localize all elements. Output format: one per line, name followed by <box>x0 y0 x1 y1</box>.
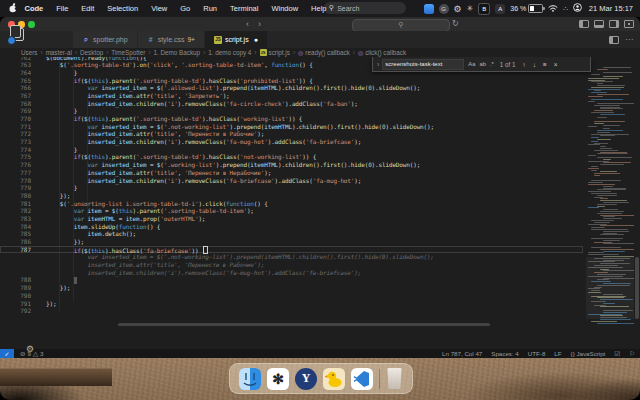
code-lines[interactable]: 762$(document).ready(function(){763 $('.… <box>0 57 583 315</box>
code-line-790[interactable]: 790 <box>0 292 583 300</box>
code-line-773[interactable]: 773 inserted_item.children('i').removeCl… <box>0 138 583 146</box>
menu-file[interactable]: File <box>50 4 75 13</box>
toggle-sidebar-icon[interactable] <box>579 20 589 28</box>
code-line-777[interactable]: 777 inserted_item.attr('title', 'Перенес… <box>0 169 583 177</box>
dock-chatgpt-icon[interactable]: ✻ <box>267 368 289 390</box>
breadcrumb[interactable]: Users›master-al›Desktop›TimeSpotter›1. D… <box>0 48 640 57</box>
split-editor-icon[interactable] <box>609 36 619 44</box>
bell-icon[interactable]: ⚐ <box>629 350 635 358</box>
nav-back-icon[interactable]: ‹ <box>246 18 249 30</box>
zoom-window-button[interactable] <box>28 21 35 28</box>
menu-window[interactable]: Window <box>265 4 305 13</box>
menu-bar-search[interactable]: ⚲ Search <box>324 2 406 14</box>
cursor-position[interactable]: Ln 787, Col 47 <box>442 350 482 357</box>
menu-code[interactable]: Code <box>18 4 50 13</box>
menu-view[interactable]: View <box>145 4 174 13</box>
documents-copy-icon[interactable] <box>9 25 25 42</box>
input-source-icon[interactable]: ∴ <box>563 5 567 13</box>
window-titlebar[interactable]: ‹ › ⚲ ↻ <box>0 17 640 31</box>
code-line-775[interactable]: 775 if($(this).parent('.sorting-table-td… <box>0 153 583 161</box>
circle-app-icon[interactable]: G <box>439 4 449 14</box>
code-line-785[interactable]: 785 item.detach(); <box>0 230 583 238</box>
minimap-viewport[interactable] <box>586 257 634 319</box>
toggle-panel-icon[interactable] <box>594 20 604 28</box>
user-account-icon[interactable] <box>573 3 582 14</box>
sync-icon[interactable]: ↻ <box>452 19 459 28</box>
code-line-782[interactable]: 782 var item = $(this).parent('.sorting-… <box>0 207 583 215</box>
code-line-791[interactable]: 791}); <box>0 300 583 308</box>
tab-style.css[interactable]: #style.css9+ <box>138 31 205 48</box>
code-line-792[interactable]: 792 <box>0 307 583 315</box>
breadcrumb-file[interactable]: script.js <box>269 49 290 56</box>
breadcrumb-item[interactable]: master-al <box>46 49 72 56</box>
breadcrumb-symbol[interactable]: click() callback <box>365 49 406 56</box>
horizontal-scrollbar[interactable] <box>118 323 490 326</box>
asterisk-app-icon[interactable]: ✳ <box>467 4 474 13</box>
code-line-779[interactable]: 779 } <box>0 184 583 192</box>
code-line-788[interactable]: 788 <box>0 276 583 284</box>
modified-dot-icon[interactable]: ● <box>254 36 258 43</box>
language-mode[interactable]: {} JavaScript <box>571 350 606 357</box>
customize-layout-icon[interactable] <box>624 20 634 28</box>
menu-go[interactable]: Go <box>174 4 197 13</box>
toggle-replace-icon[interactable]: › <box>377 61 379 68</box>
breadcrumb-symbol[interactable]: ready() callback <box>305 49 349 56</box>
code-line-776[interactable]: 776 var inserted_item = $('.working-list… <box>0 161 583 169</box>
find-input[interactable] <box>382 59 464 70</box>
command-center[interactable]: ⚲ <box>352 19 450 32</box>
code-line-787[interactable]: 787 if($(this).hasClass('fa-briefcase')) <box>0 246 583 254</box>
battery-indicator[interactable]: 36 % <box>510 4 543 13</box>
wifi-icon[interactable] <box>548 4 558 14</box>
code-line-769[interactable]: 769 } <box>0 107 583 115</box>
breadcrumb-item[interactable]: 1. Demo Backup <box>154 49 201 56</box>
tab-script.js[interactable]: JSscript.js● <box>205 31 268 48</box>
remote-indicator[interactable]: ✓ <box>0 349 14 358</box>
apple-menu-icon[interactable] <box>9 3 17 15</box>
menu-bar-clock[interactable]: 21 Mar 15:17 <box>589 4 633 13</box>
breadcrumb-item[interactable]: 1. demo copy 4 <box>208 49 251 56</box>
code-line-774[interactable]: 774 } <box>0 146 583 154</box>
dock-vscode-icon[interactable] <box>351 368 373 390</box>
prettier-check-icon[interactable]: ☑ <box>614 350 620 358</box>
eol-setting[interactable]: LF <box>554 350 561 357</box>
tab-spotter.php[interactable]: Pspotter.php <box>73 31 138 48</box>
code-line-781[interactable]: 781 $('.unsorting-list i.sorting-table-t… <box>0 200 583 208</box>
code-line-ghost[interactable]: var inserted_item = $('.not-working-list… <box>0 253 583 261</box>
close-find-icon[interactable]: × <box>554 61 558 68</box>
menu-run[interactable]: Run <box>197 4 224 13</box>
menu-selection[interactable]: Selection <box>101 4 145 13</box>
a-app-icon[interactable]: A <box>495 4 505 14</box>
code-line-789[interactable]: 789 }); <box>0 284 583 292</box>
encoding-setting[interactable]: UTF-8 <box>528 350 546 357</box>
code-line-768[interactable]: 768 inserted_item.children('i').removeCl… <box>0 100 583 108</box>
code-line-786[interactable]: 786 }); <box>0 238 583 246</box>
code-editor[interactable]: 762$(document).ready(function(){763 $('.… <box>0 57 640 326</box>
breadcrumb-item[interactable]: Desktop <box>80 49 103 56</box>
breadcrumb-item[interactable]: TimeSpotter <box>111 49 145 56</box>
breadcrumb-item[interactable]: Users <box>21 49 37 56</box>
b-app-icon[interactable]: B <box>478 3 490 15</box>
dock-cyberduck-icon[interactable] <box>323 368 345 390</box>
whole-word-toggle[interactable]: ab <box>479 61 485 67</box>
dock-trash-icon[interactable] <box>386 368 403 389</box>
menu-edit[interactable]: Edit <box>75 4 101 13</box>
gear-menu-icon[interactable]: ⚙ <box>454 4 462 14</box>
regex-toggle[interactable]: .* <box>490 61 494 67</box>
code-line-778[interactable]: 778 inserted_item.children('i').removeCl… <box>0 177 583 185</box>
code-line-ghost[interactable]: inserted_item.attr('title', 'Перенести в… <box>0 261 583 269</box>
previous-match-icon[interactable]: ↑ <box>523 61 526 68</box>
nav-forward-icon[interactable]: › <box>258 18 261 30</box>
code-line-772[interactable]: 772 inserted_item.attr('title', 'Перенес… <box>0 130 583 138</box>
dock-y-browser-icon[interactable]: Y <box>295 368 317 390</box>
code-line-771[interactable]: 771 var inserted_item = $('.not-working-… <box>0 123 583 131</box>
code-line-ghost[interactable]: inserted_item.children('i').removeClass(… <box>0 269 583 277</box>
toggle-secondary-sidebar-icon[interactable] <box>609 20 619 28</box>
match-case-toggle[interactable]: Aa <box>468 61 475 67</box>
code-line-784[interactable]: 784 item.slideUp(function() { <box>0 223 583 231</box>
code-line-780[interactable]: 780 }); <box>0 192 583 200</box>
indentation-setting[interactable]: Spaces: 4 <box>491 350 519 357</box>
more-actions-icon[interactable]: ⋯ <box>625 35 633 44</box>
code-line-766[interactable]: 766 var inserted_item = $('.allowed-list… <box>0 84 583 92</box>
dock-finder-icon[interactable] <box>239 368 261 390</box>
blue-app-icon[interactable] <box>424 4 434 14</box>
